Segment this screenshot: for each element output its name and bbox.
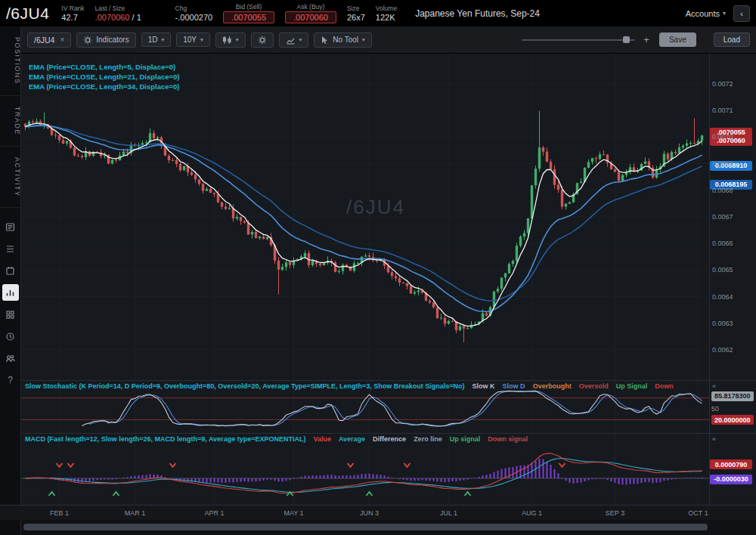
legend-oversold: Oversold xyxy=(579,382,609,390)
iv-rank-value: 42.7 xyxy=(61,13,84,22)
help-icon[interactable]: ? xyxy=(2,372,19,388)
stochastic-mid-value: 50 xyxy=(711,405,719,413)
chg-label: Chg xyxy=(175,5,213,12)
time-axis: FEB 1MAR 1APR 1MAY 1JUN 3JUL 1AUG 1SEP 3… xyxy=(0,505,756,520)
scrollbar-thumb[interactable] xyxy=(23,524,708,530)
panel-divider xyxy=(21,433,756,434)
sidebar-tab-positions[interactable]: POSITIONS xyxy=(0,26,21,96)
legend-overbought: Overbought xyxy=(533,382,572,390)
collapse-header-button[interactable]: ‹ xyxy=(733,5,750,22)
y-axis-tick: 0.0068 xyxy=(712,187,733,194)
size-field: Size 26x7 xyxy=(347,5,365,22)
trading-platform: /6JU4 IV Rank 42.7 Last / Size .0070060 … xyxy=(0,0,756,535)
x-axis-label: APR 1 xyxy=(204,509,224,517)
ema-label: EMA (Price=CLOSE, Length=34, Displace=0) xyxy=(29,82,179,91)
save-button[interactable]: Save xyxy=(659,32,696,47)
zoom-slider-handle[interactable] xyxy=(623,36,630,43)
legend-zero-line: Zero line xyxy=(414,435,442,443)
gear-icon xyxy=(258,36,267,45)
y-axis-tick: 0.0067 xyxy=(712,213,733,221)
watchlist-icon[interactable] xyxy=(2,262,19,279)
last-value: .0070060 xyxy=(95,13,130,22)
timeframe-dropdown[interactable]: 1D ▾ xyxy=(141,32,172,47)
y-axis-tick: 0.0071 xyxy=(712,107,733,114)
left-sidebar: POSITIONS TRADE ACTIVITY xyxy=(0,26,21,535)
chart-settings-button[interactable] xyxy=(251,32,274,48)
list-icon[interactable] xyxy=(2,240,19,257)
zoom-slider[interactable] xyxy=(522,39,635,41)
legend-down-signal: Down signal xyxy=(488,435,528,443)
stochastic-current-value: 85.8178300 xyxy=(711,391,754,401)
macd-header: MACD (Fast length=12, Slow length=26, MA… xyxy=(25,435,528,443)
legend-up-signal: Up signal xyxy=(450,435,481,443)
x-axis-label: JUL 1 xyxy=(440,509,457,517)
macd-panel-canvas[interactable] xyxy=(21,433,709,505)
chart-icon[interactable] xyxy=(2,284,19,301)
ema-study-labels: EMA (Price=CLOSE, Length=5, Displace=0) … xyxy=(29,62,179,91)
compare-icon xyxy=(286,36,296,45)
load-button[interactable]: Load xyxy=(714,32,750,47)
bid-label: Bid (Sell) xyxy=(236,3,262,11)
stochastic-collapse-button[interactable]: « xyxy=(712,382,716,390)
y-axis-tick: 0.0062 xyxy=(712,346,733,354)
y-axis-tick: 0.0070 xyxy=(712,133,733,141)
candlestick-icon xyxy=(222,36,232,45)
last-size-label: Last / Size xyxy=(95,5,165,12)
volume-value: 122K xyxy=(376,13,397,22)
price-chart-canvas[interactable]: /6JU4 xyxy=(21,54,709,380)
ask-button[interactable]: .0070060 xyxy=(285,11,336,23)
x-axis-label: MAY 1 xyxy=(284,509,303,517)
last-size-field: Last / Size .0070060 / 1 xyxy=(95,5,165,22)
macd-label: MACD (Fast length=12, Slow length=26, MA… xyxy=(25,435,305,443)
x-axis-label: FEB 1 xyxy=(50,509,69,517)
volume-field: Volume 122K xyxy=(376,5,397,22)
chart-symbol-tab[interactable]: /6JU4 × xyxy=(27,32,71,48)
x-axis-label: OCT 1 xyxy=(688,509,708,517)
macd-diff-badge: -0.0000030 xyxy=(710,475,752,484)
x-axis-label: SEP 3 xyxy=(606,509,624,517)
chart-toolbar: /6JU4 × Indicators 1D ▾ 10Y ▾ ▾ ▾ No Too… xyxy=(21,26,756,54)
journal-icon[interactable] xyxy=(2,218,19,235)
chevron-down-icon: ▾ xyxy=(723,10,726,17)
social-icon[interactable] xyxy=(2,350,19,366)
macd-collapse-button[interactable]: « xyxy=(712,435,716,443)
layout-dropdown[interactable]: ▾ xyxy=(279,32,309,48)
sidebar-tab-trade[interactable]: TRADE xyxy=(0,96,21,147)
chevron-down-icon: ▾ xyxy=(236,36,239,43)
ask-field: Ask (Buy) .0070060 xyxy=(285,3,336,23)
drawing-tool-dropdown[interactable]: No Tool ▾ xyxy=(314,32,372,48)
sidebar-tab-activity[interactable]: ACTIVITY xyxy=(0,147,21,209)
close-icon[interactable]: × xyxy=(60,36,64,44)
svg-text:/6JU4: /6JU4 xyxy=(346,196,405,218)
y-axis-tick: 0.0064 xyxy=(712,293,733,301)
ema-label: EMA (Price=CLOSE, Length=21, Displace=0) xyxy=(29,72,179,82)
chart-type-dropdown[interactable]: ▾ xyxy=(215,32,246,48)
chg-value: -.0000270 xyxy=(175,13,213,22)
accounts-dropdown[interactable]: Accounts ▾ xyxy=(686,9,726,18)
last-size: / 1 xyxy=(132,13,141,22)
macd-value-badge: 0.0000790 xyxy=(710,459,752,469)
y-axis-tick: 0.0069 xyxy=(712,160,733,168)
y-axis-tick: 0.0066 xyxy=(712,240,733,247)
x-axis-label: JUN 3 xyxy=(360,509,379,517)
legend-slow-d: Slow D xyxy=(503,382,525,390)
grid-icon[interactable] xyxy=(2,306,19,323)
quote-header: /6JU4 IV Rank 42.7 Last / Size .0070060 … xyxy=(0,0,756,26)
zoom-in-button[interactable]: + xyxy=(643,34,649,45)
history-icon[interactable] xyxy=(2,328,19,345)
stochastic-header: Slow Stochastic (K Period=14, D Period=9… xyxy=(25,382,674,390)
range-dropdown[interactable]: 10Y ▾ xyxy=(176,32,210,47)
ema-label: EMA (Price=CLOSE, Length=5, Displace=0) xyxy=(29,62,179,72)
legend-up-signal: Up Signal xyxy=(616,382,648,390)
x-axis-label: MAR 1 xyxy=(125,509,146,517)
panel-divider xyxy=(21,380,756,381)
chevron-down-icon: ▾ xyxy=(362,36,365,43)
indicators-button[interactable]: Indicators xyxy=(76,32,135,48)
chevron-down-icon: ▾ xyxy=(299,36,302,43)
ask-label: Ask (Buy) xyxy=(297,3,325,11)
chart-scrollbar[interactable] xyxy=(21,520,756,535)
bid-button[interactable]: .0070055 xyxy=(223,11,274,23)
legend-difference: Difference xyxy=(373,435,406,443)
y-axis-tick: 0.0063 xyxy=(712,320,733,327)
iv-rank-label: IV Rank xyxy=(61,5,84,12)
